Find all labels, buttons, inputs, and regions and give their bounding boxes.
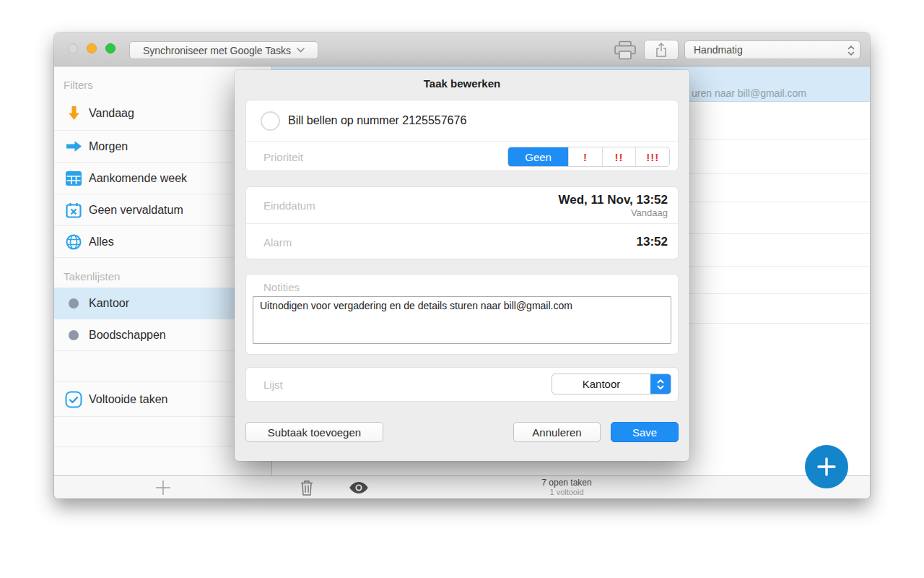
task-title-input[interactable]: Bill bellen op nummer 2125557676 — [288, 114, 466, 127]
plus-icon — [155, 480, 171, 496]
save-label: Save — [632, 426, 657, 439]
open-tasks-count: 7 open taken — [487, 478, 646, 488]
list-card: Lijst Kantoor — [245, 367, 679, 402]
completed-check-icon — [64, 391, 83, 408]
globe-icon — [64, 234, 83, 250]
plus-icon — [816, 456, 837, 478]
show-hide-button[interactable] — [349, 481, 369, 497]
alarm-value: 13:52 — [637, 235, 668, 249]
priority-option-high[interactable]: !!! — [635, 147, 669, 166]
sidebar-item-label: Vandaag — [89, 107, 134, 120]
priority-segmented-control: Geen ! !! !!! — [507, 147, 670, 167]
titlebar: Synchroniseer met Google Tasks Handmatig — [54, 33, 870, 66]
calendar-x-icon — [64, 202, 83, 218]
alarm-row[interactable]: Alarm 13:52 — [246, 225, 678, 259]
notes-textarea[interactable]: Uitnodigen voor vergadering en de detail… — [253, 296, 671, 344]
completed-tasks-count: 1 voltooid — [487, 488, 646, 497]
sidebar-item-label: Voltooide taken — [89, 393, 167, 406]
minimize-window-button[interactable] — [87, 43, 97, 53]
dates-card: Einddatum Wed, 11 Nov, 13:52 Vandaag Ala… — [245, 186, 679, 259]
add-subtask-button[interactable]: Subtaak toevoegen — [245, 422, 383, 442]
status-bar: 7 open taken 1 voltooid — [54, 475, 870, 499]
dialog-title: Taak bewerken — [235, 77, 689, 90]
delete-task-button[interactable] — [300, 479, 314, 499]
add-task-fab[interactable] — [805, 445, 848, 488]
complete-task-radio[interactable] — [261, 111, 280, 131]
due-date-label: Einddatum — [263, 199, 315, 212]
close-window-button[interactable] — [68, 43, 78, 53]
add-list-button[interactable] — [146, 476, 180, 499]
sidebar-item-label: Geen vervaldatum — [89, 204, 183, 217]
chevron-down-icon — [297, 48, 305, 53]
notes-card: Notities Uitnodigen voor vergadering en … — [245, 274, 679, 355]
task-counts: 7 open taken 1 voltooid — [487, 478, 646, 497]
calendar-grid-icon — [64, 171, 83, 186]
eye-icon — [349, 481, 369, 494]
priority-option-none[interactable]: Geen — [508, 147, 568, 166]
zoom-window-button[interactable] — [105, 43, 116, 53]
print-button[interactable] — [611, 40, 639, 61]
list-row: Lijst Kantoor — [246, 368, 678, 401]
sidebar-item-label: Kantoor — [89, 297, 129, 310]
cancel-button[interactable]: Annuleren — [513, 422, 601, 442]
list-dot-icon — [64, 330, 83, 340]
sidebar-item-label: Morgen — [89, 140, 128, 153]
list-label: Lijst — [263, 379, 283, 391]
edit-task-dialog: Taak bewerken Bill bellen op nummer 2125… — [235, 70, 689, 461]
sidebar-item-label: Boodschappen — [89, 329, 166, 342]
cancel-label: Annuleren — [532, 426, 581, 439]
alarm-label: Alarm — [263, 236, 292, 249]
list-dot-icon — [64, 298, 83, 309]
due-date-row[interactable]: Einddatum Wed, 11 Nov, 13:52 Vandaag — [246, 187, 678, 224]
list-select-value: Kantoor — [552, 374, 650, 394]
screen: Synchroniseer met Google Tasks Handmatig — [0, 0, 924, 578]
notes-label: Notities — [263, 281, 300, 293]
blue-arrow-right-icon — [64, 140, 83, 152]
sidebar-item-label: Aankomende week — [89, 172, 187, 185]
priority-option-medium[interactable]: !! — [602, 147, 636, 166]
task-note-preview: uren naar bill@gmail.com — [692, 87, 806, 99]
stepper-arrows-icon — [650, 374, 671, 394]
add-subtask-label: Subtaak toevoegen — [268, 426, 361, 439]
list-select[interactable]: Kantoor — [552, 374, 671, 394]
sort-mode-select[interactable]: Handmatig — [684, 40, 860, 59]
sync-button-label: Synchroniseer met Google Tasks — [143, 45, 291, 56]
printer-icon — [614, 40, 637, 61]
sort-select-value: Handmatig — [694, 44, 743, 56]
stepper-arrows-icon — [847, 44, 855, 57]
sidebar-item-label: Alles — [89, 236, 114, 249]
save-button[interactable]: Save — [611, 422, 679, 442]
share-icon — [655, 43, 667, 57]
sync-google-tasks-button[interactable]: Synchroniseer met Google Tasks — [129, 41, 318, 59]
priority-row: Prioriteit Geen ! !! !!! — [246, 142, 678, 171]
task-title-card: Bill bellen op nummer 2125557676 Priorit… — [245, 100, 679, 171]
share-button[interactable] — [644, 40, 679, 60]
due-date-relative: Vandaag — [559, 207, 668, 218]
orange-arrow-down-icon — [64, 105, 83, 121]
due-date-value: Wed, 11 Nov, 13:52 — [559, 193, 668, 207]
priority-label: Prioriteit — [263, 151, 303, 163]
trash-icon — [300, 479, 314, 496]
priority-option-low[interactable]: ! — [568, 147, 602, 166]
task-title-row: Bill bellen op nummer 2125557676 — [246, 100, 678, 142]
